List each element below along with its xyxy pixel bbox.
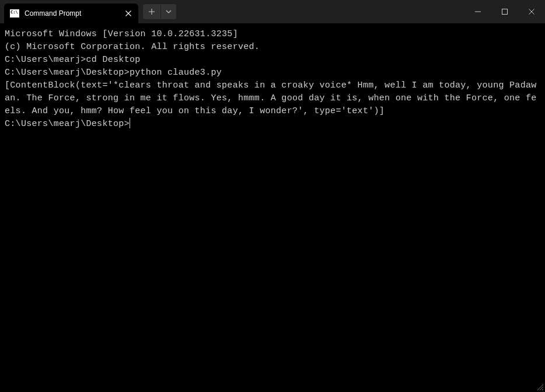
maximize-icon: [502, 9, 508, 15]
terminal-line: C:\Users\mearj\Desktop>python claude3.py: [5, 66, 540, 79]
terminal-line: C:\Users\mearj>cd Desktop: [5, 54, 540, 66]
tab-dropdown-button[interactable]: [161, 4, 176, 19]
cmd-icon: [10, 9, 19, 18]
terminal-line: Microsoft Windows [Version 10.0.22631.32…: [5, 28, 540, 41]
svg-rect-0: [502, 9, 508, 15]
terminal-output[interactable]: Microsoft Windows [Version 10.0.22631.32…: [0, 23, 545, 135]
plus-icon: [149, 9, 155, 15]
resize-handle[interactable]: [537, 384, 544, 391]
tab-actions: [143, 0, 176, 23]
current-prompt: C:\Users\mearj\Desktop>: [5, 119, 130, 129]
close-icon: [529, 9, 534, 15]
titlebar: Command Prompt: [0, 0, 545, 23]
new-tab-button[interactable]: [143, 4, 160, 19]
close-icon: [125, 10, 131, 16]
active-tab[interactable]: Command Prompt: [4, 4, 138, 23]
tab-title: Command Prompt: [25, 9, 117, 18]
maximize-button[interactable]: [491, 0, 518, 23]
minimize-icon: [475, 9, 481, 15]
minimize-button[interactable]: [464, 0, 491, 23]
window-controls: [464, 0, 545, 23]
tab-close-button[interactable]: [122, 7, 135, 20]
chevron-down-icon: [166, 10, 172, 13]
terminal-line: (c) Microsoft Corporation. All rights re…: [5, 41, 540, 54]
window-close-button[interactable]: [518, 0, 545, 23]
titlebar-drag-area[interactable]: [176, 0, 464, 23]
terminal-line: [ContentBlock(text='*clears throat and s…: [5, 79, 540, 118]
resize-grip-icon: [537, 384, 544, 391]
text-cursor: [130, 118, 130, 128]
